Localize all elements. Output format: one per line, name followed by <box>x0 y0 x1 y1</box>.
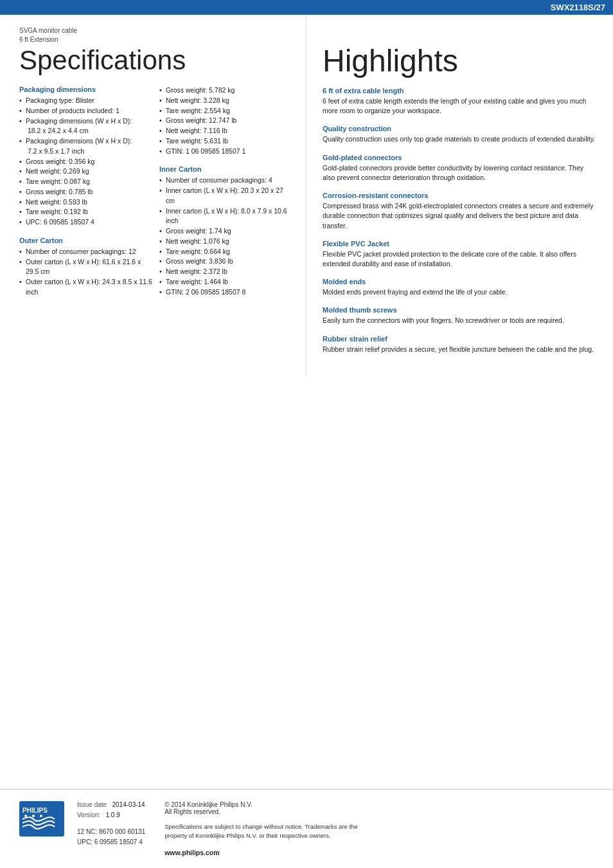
specs-two-col: Packaging dimensions Packaging type: Bli… <box>19 86 293 307</box>
footer-legal-text: Specifications are subject to change wit… <box>164 822 370 841</box>
footer-col-dates: Issue date 2014-03-14 Version: 1.0.9 12 … <box>77 801 145 857</box>
list-item: Gross weight: 1.74 kg <box>159 226 293 237</box>
product-sub: 6 ft Extension <box>19 35 293 44</box>
list-item: Tare weight: 0.087 kg <box>19 177 153 187</box>
footer-nc-row: 12 NC: 8670 000 60131 <box>77 828 145 835</box>
outer-carton-list: Number of consumer packagings: 12 Outer … <box>19 247 153 298</box>
highlight-molded-ends-title: Molded ends <box>323 278 597 285</box>
outer-weights-list: Gross weight: 5.782 kg Nett weight: 3.22… <box>159 86 293 156</box>
spec-section-outer-carton: Outer Carton Number of consumer packagin… <box>19 237 153 298</box>
spec-section-packaging: Packaging dimensions Packaging type: Bli… <box>19 86 153 228</box>
specifications-title: Specifications <box>19 47 293 74</box>
list-item: Nett weight: 7.116 lb <box>159 126 293 136</box>
outer-carton-title: Outer Carton <box>19 237 153 244</box>
list-item: Gross weight: 0.785 lb <box>19 187 153 197</box>
footer-nc-value: 8670 000 60131 <box>99 828 145 835</box>
list-item: Tare weight: 5.631 lb <box>159 136 293 147</box>
highlight-strain-relief: Rubber strain relief Rubber strain relie… <box>323 335 597 354</box>
highlight-thumb-screws-text: Easily turn the connectors with your fin… <box>323 316 597 325</box>
highlight-strain-relief-title: Rubber strain relief <box>323 335 597 343</box>
footer-upc-row: UPC: 6 09585 18507 4 <box>77 838 145 845</box>
highlight-corrosion-text: Compressed brass with 24K gold-electropl… <box>323 201 597 231</box>
packaging-title: Packaging dimensions <box>19 86 153 93</box>
specs-right: Gross weight: 5.782 kg Nett weight: 3.22… <box>159 86 293 307</box>
packaging-list: Packaging type: Blister Number of produc… <box>19 96 153 228</box>
highlight-molded-ends-text: Molded ends prevent fraying and extend t… <box>323 287 597 297</box>
footer-upc-label: UPC: <box>77 838 94 845</box>
highlight-pvc-jacket-text: Flexible PVC jacket provided protection … <box>323 249 597 269</box>
inner-carton-list: Number of consumer packagings: 4 Inner c… <box>159 176 293 297</box>
list-item: Tare weight: 0.664 kg <box>159 247 293 257</box>
list-item: Inner carton (L x W x H): 8.0 x 7.9 x 10… <box>159 206 293 227</box>
page: SWX2118S/27 SVGA monitor cable 6 ft Exte… <box>0 0 613 868</box>
list-item: Packaging dimensions (W x H x D): 18.2 x… <box>19 116 153 137</box>
highlight-corrosion-title: Corrosion-resistant connectors <box>323 192 597 199</box>
footer: PHILIPS Issue date 2014-03-14 <box>0 789 613 869</box>
list-item: Gross weight: 5.782 kg <box>159 86 293 96</box>
highlight-extra-cable-text: 6 feet of extra cable length extends the… <box>323 96 597 116</box>
list-item: Gross weight: 0.356 kg <box>19 157 153 167</box>
list-item: GTIN: 1 06 09585 18507 1 <box>159 147 293 157</box>
inner-carton-title: Inner Carton <box>159 165 293 173</box>
highlight-corrosion: Corrosion-resistant connectors Compresse… <box>323 192 597 231</box>
footer-version-label: Version: <box>77 811 100 818</box>
highlight-gold-plated-text: Gold-plated connectors provide better co… <box>323 163 597 183</box>
list-item: Outer carton (L x W x H): 61.6 x 21.6 x … <box>19 257 153 278</box>
specifications-column: SVGA monitor cable 6 ft Extension Specif… <box>0 15 306 376</box>
svg-text:PHILIPS: PHILIPS <box>22 807 48 814</box>
list-item: Number of consumer packagings: 4 <box>159 176 293 186</box>
list-item: GTIN: 2 06 09585 18507 8 <box>159 287 293 298</box>
list-item: Outer carton (L x W x H): 24.3 x 8.5 x 1… <box>19 277 153 298</box>
highlight-extra-cable-title: 6 ft of extra cable length <box>323 87 597 95</box>
footer-copyright: © 2014 Koninklijke Philips N.V. All Righ… <box>164 801 370 815</box>
list-item: Tare weight: 1.464 lb <box>159 277 293 287</box>
highlight-pvc-jacket: Flexible PVC Jacket Flexible PVC jacket … <box>323 240 597 269</box>
list-item: Tare weight: 2.554 kg <box>159 106 293 116</box>
footer-col-legal: © 2014 Koninklijke Philips N.V. All Righ… <box>164 801 370 857</box>
footer-issue-date-label: Issue date <box>77 801 107 808</box>
list-item: Gross weight: 3.836 lb <box>159 257 293 267</box>
footer-info: Issue date 2014-03-14 Version: 1.0.9 12 … <box>77 801 594 857</box>
highlight-pvc-jacket-title: Flexible PVC Jacket <box>323 240 597 248</box>
highlight-gold-plated-title: Gold-plated connectors <box>323 154 597 161</box>
list-item: Nett weight: 2.372 lb <box>159 267 293 277</box>
highlight-thumb-screws-title: Molded thumb screws <box>323 306 597 314</box>
highlight-thumb-screws: Molded thumb screws Easily turn the conn… <box>323 306 597 325</box>
list-item: Packaging type: Blister <box>19 96 153 106</box>
product-header: SVGA monitor cable 6 ft Extension <box>19 26 293 44</box>
highlight-gold-plated: Gold-plated connectors Gold-plated conne… <box>323 154 597 183</box>
spec-section-outer-weights: Gross weight: 5.782 kg Nett weight: 3.22… <box>159 86 293 156</box>
list-item: Nett weight: 3.228 kg <box>159 96 293 106</box>
list-item: Packaging dimensions (W x H x D): 7.2 x … <box>19 136 153 157</box>
header-bar: SWX2118S/27 <box>0 0 613 15</box>
philips-logo: PHILIPS <box>19 801 64 838</box>
product-line: SVGA monitor cable <box>19 26 293 35</box>
highlight-molded-ends: Molded ends Molded ends prevent fraying … <box>323 278 597 297</box>
svg-point-3 <box>32 815 35 817</box>
highlight-strain-relief-text: Rubber strain relief provides a secure, … <box>323 345 597 354</box>
footer-rights-text: All Rights reserved. <box>164 808 220 815</box>
highlight-quality-title: Quality construction <box>323 125 597 132</box>
model-number: SWX2118S/27 <box>551 3 605 12</box>
list-item: Nett weight: 0.269 kg <box>19 167 153 177</box>
highlight-quality: Quality construction Quality constructio… <box>323 125 597 144</box>
specs-left: Packaging dimensions Packaging type: Bli… <box>19 86 153 307</box>
list-item: Tare weight: 0.192 lb <box>19 207 153 217</box>
highlights-column: Highlights 6 ft of extra cable length 6 … <box>306 15 613 376</box>
svg-point-2 <box>24 815 27 817</box>
highlights-title: Highlights <box>323 46 597 77</box>
footer-copyright-text: © 2014 Koninklijke Philips N.V. <box>164 801 253 808</box>
list-item: Nett weight: 0.593 lb <box>19 197 153 208</box>
footer-nc-label: 12 NC: <box>77 828 99 835</box>
list-item: Number of products included: 1 <box>19 106 153 116</box>
footer-issue-date-row: Issue date 2014-03-14 <box>77 801 145 808</box>
list-item: Inner carton (L x W x H): 20.3 x 20 x 27… <box>159 186 293 206</box>
spec-section-inner-carton: Inner Carton Number of consumer packagin… <box>159 165 293 297</box>
list-item: Gross weight: 12.747 lb <box>159 116 293 126</box>
footer-website: www.philips.com <box>164 849 370 856</box>
footer-issue-date-value: 2014-03-14 <box>112 801 145 808</box>
svg-point-4 <box>40 815 42 817</box>
footer-version-value: 1.0.9 <box>105 811 120 818</box>
footer-version-row: Version: 1.0.9 <box>77 811 145 818</box>
list-item: UPC: 6 09585 18507 4 <box>19 217 153 228</box>
